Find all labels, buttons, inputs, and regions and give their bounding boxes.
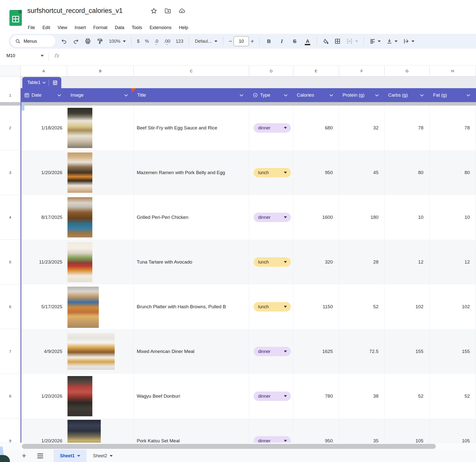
redo-button[interactable] bbox=[73, 38, 79, 44]
type-chip[interactable]: dinner bbox=[254, 347, 291, 356]
cell-type[interactable]: dinner bbox=[249, 329, 293, 374]
type-chip[interactable]: lunch bbox=[254, 168, 291, 177]
cell-type[interactable]: dinner bbox=[249, 106, 293, 150]
type-chip[interactable]: lunch bbox=[254, 257, 291, 267]
header-type[interactable]: Type bbox=[249, 88, 293, 102]
cell-type[interactable]: dinner bbox=[249, 374, 293, 419]
cell-protein[interactable]: 52 bbox=[339, 284, 385, 329]
print-icon[interactable] bbox=[85, 38, 91, 44]
column-header-d[interactable]: D bbox=[249, 66, 293, 76]
cell-carbs[interactable]: 80 bbox=[385, 150, 430, 195]
beef-stir-fry-photo[interactable] bbox=[68, 108, 92, 148]
all-sheets-button[interactable] bbox=[37, 454, 43, 458]
vertical-align-button[interactable] bbox=[386, 38, 398, 44]
menu-format[interactable]: Format bbox=[93, 25, 107, 30]
cell-title[interactable]: Mixed American Diner Meal bbox=[134, 329, 249, 374]
menu-help[interactable]: Help bbox=[179, 25, 188, 30]
type-chip[interactable]: dinner bbox=[254, 123, 291, 133]
cloud-saved-icon[interactable] bbox=[178, 7, 186, 14]
formula-input[interactable] bbox=[65, 49, 476, 65]
cell-title[interactable]: Tuna Tartare with Avocado bbox=[134, 240, 249, 284]
peri-peri-chicken-photo[interactable] bbox=[68, 197, 92, 237]
cell-calories[interactable]: 780 bbox=[293, 374, 339, 419]
increase-font-size-button[interactable]: + bbox=[250, 38, 254, 45]
cell-carbs[interactable]: 10 bbox=[385, 195, 430, 240]
column-header-h[interactable]: H bbox=[430, 66, 476, 76]
type-chip[interactable]: dinner bbox=[254, 391, 291, 401]
cell-title[interactable]: Grilled Peri-Peri Chicken bbox=[134, 195, 249, 240]
cell-title[interactable]: Brunch Platter with Hash Browns, Pulled … bbox=[134, 284, 249, 329]
cell-calories[interactable]: 680 bbox=[293, 106, 339, 150]
cell-date[interactable]: 1/20/2026 bbox=[21, 419, 67, 443]
strikethrough-button[interactable]: S bbox=[291, 38, 298, 44]
row-number[interactable]: 3 bbox=[0, 150, 21, 195]
cell-protein[interactable]: 45 bbox=[339, 150, 385, 195]
scrollbar-thumb[interactable] bbox=[22, 444, 436, 449]
cell-carbs[interactable]: 102 bbox=[385, 284, 430, 329]
horizontal-scrollbar[interactable] bbox=[0, 443, 476, 450]
cell-protein[interactable]: 38 bbox=[339, 374, 385, 419]
font-size-input[interactable]: 10 bbox=[234, 36, 249, 46]
cell-image[interactable] bbox=[67, 374, 134, 419]
star-icon[interactable] bbox=[150, 7, 157, 14]
table-name-chip[interactable]: Table1 bbox=[22, 77, 61, 88]
sheets-app-icon[interactable] bbox=[9, 10, 22, 26]
more-number-formats-button[interactable]: 123 bbox=[176, 39, 183, 44]
header-image[interactable]: Image bbox=[67, 88, 134, 102]
cell-title[interactable]: Wagyu Beef Donburi bbox=[134, 374, 249, 419]
cell-date[interactable]: 4/9/2025 bbox=[21, 329, 67, 374]
row-number[interactable]: 7 bbox=[0, 329, 21, 374]
wagyu-donburi-photo[interactable] bbox=[68, 376, 92, 416]
cell-fat[interactable]: 78 bbox=[430, 106, 476, 150]
header-protein[interactable]: Protein (g) bbox=[339, 88, 385, 102]
cell-date[interactable]: 8/17/2025 bbox=[21, 195, 67, 240]
brunch-platter-photo[interactable] bbox=[68, 287, 99, 328]
merge-options-dropdown[interactable] bbox=[355, 40, 358, 42]
cell-type[interactable]: lunch bbox=[249, 240, 293, 284]
cell-title[interactable]: Pork Katsu Set Meal bbox=[134, 419, 249, 443]
cell-fat[interactable]: 80 bbox=[430, 150, 476, 195]
cell-fat[interactable]: 105 bbox=[430, 419, 476, 443]
text-wrap-button[interactable] bbox=[403, 38, 414, 44]
cell-fat[interactable]: 102 bbox=[430, 284, 476, 329]
header-title[interactable]: Title bbox=[134, 88, 249, 102]
cell-protein[interactable]: 28 bbox=[339, 240, 385, 284]
cell-type[interactable]: dinner bbox=[249, 419, 293, 443]
cell-image[interactable] bbox=[67, 150, 134, 195]
cell-fat[interactable]: 10 bbox=[430, 195, 476, 240]
cell-image[interactable] bbox=[67, 240, 134, 284]
table-options-icon[interactable] bbox=[52, 80, 58, 85]
sheet-tab-sheet2[interactable]: Sheet2 bbox=[87, 450, 119, 462]
increase-decimal-button[interactable]: .00→ bbox=[164, 38, 170, 44]
row-number[interactable]: 2 bbox=[0, 106, 21, 150]
row-number[interactable]: 4 bbox=[0, 195, 21, 240]
type-chip[interactable]: lunch bbox=[254, 302, 291, 311]
sheet-tab-sheet1[interactable]: Sheet1 bbox=[54, 450, 87, 462]
borders-button[interactable] bbox=[334, 38, 341, 44]
cell-title[interactable]: Beef Stir-Fry with Egg Sauce and Rice bbox=[134, 106, 249, 150]
bold-button[interactable]: B bbox=[265, 38, 272, 44]
menu-view[interactable]: View bbox=[58, 25, 67, 30]
pork-katsu-photo[interactable] bbox=[68, 420, 101, 443]
row-number[interactable]: 6 bbox=[0, 284, 21, 329]
column-header-a[interactable]: A bbox=[21, 66, 67, 76]
decrease-decimal-button[interactable]: .0← bbox=[154, 38, 158, 44]
format-percent-button[interactable]: % bbox=[145, 39, 149, 44]
merge-cells-button[interactable] bbox=[346, 38, 353, 44]
cell-image[interactable] bbox=[67, 329, 134, 374]
header-calories[interactable]: Calories bbox=[293, 88, 339, 102]
diner-meal-photo[interactable] bbox=[68, 333, 115, 370]
tuna-tartare-photo[interactable] bbox=[68, 242, 92, 282]
document-title[interactable]: surfshortcut_record_calories_v1 bbox=[27, 7, 123, 15]
format-currency-button[interactable]: $ bbox=[137, 39, 139, 44]
move-to-folder-icon[interactable] bbox=[164, 7, 171, 14]
cell-carbs[interactable]: 155 bbox=[385, 329, 430, 374]
cell-protein[interactable]: 32 bbox=[339, 106, 385, 150]
cell-fat[interactable]: 12 bbox=[430, 240, 476, 284]
cell-date[interactable]: 11/23/2025 bbox=[21, 240, 67, 284]
column-header-g[interactable]: G bbox=[385, 66, 430, 76]
header-date[interactable]: Date bbox=[21, 88, 67, 102]
cell-calories[interactable]: 1150 bbox=[293, 284, 339, 329]
cell-image[interactable] bbox=[67, 195, 134, 240]
menu-file[interactable]: File bbox=[28, 25, 35, 30]
